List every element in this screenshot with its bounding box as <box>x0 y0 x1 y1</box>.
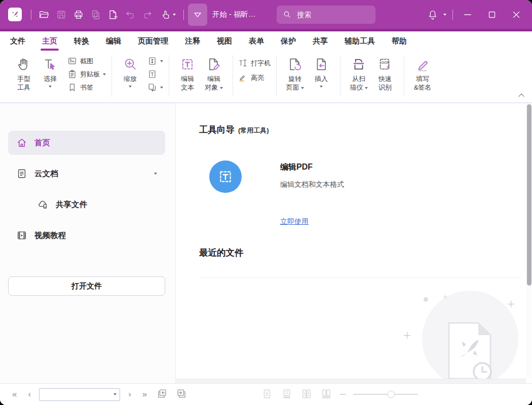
maximize-button[interactable] <box>483 6 501 23</box>
select-tool-button[interactable]: 选择 <box>37 54 63 89</box>
chevron-down-icon <box>160 60 163 62</box>
fit-text-button[interactable] <box>147 69 163 79</box>
typewriter-button[interactable]: 打字机 <box>238 58 271 68</box>
sidebar-item-cloud-docs[interactable]: 云文档 <box>8 161 165 186</box>
previous-page-button[interactable]: ‹ <box>25 389 34 399</box>
chevron-down-icon <box>113 393 117 395</box>
next-view-icon <box>176 388 187 399</box>
fit-text-icon <box>147 69 157 79</box>
snapshot-icon <box>67 56 77 66</box>
recent-files-divider <box>199 277 521 278</box>
tab-view[interactable]: 视图 <box>217 32 232 50</box>
search-box[interactable] <box>277 6 375 24</box>
minimize-button[interactable] <box>459 6 476 23</box>
first-page-button[interactable]: « <box>9 389 20 399</box>
tab-comment[interactable]: 注释 <box>185 32 200 50</box>
redo-icon[interactable] <box>139 6 156 23</box>
edit-text-label: 编辑 文本 <box>181 75 194 91</box>
last-page-button[interactable]: » <box>139 389 150 399</box>
print-icon[interactable] <box>70 6 87 23</box>
tool-wizard-title: 工具向导 <box>199 124 235 136</box>
zoom-slider[interactable] <box>353 394 418 395</box>
edit-text-icon <box>180 55 195 73</box>
document-icon <box>16 168 27 179</box>
scanner-icon <box>351 55 366 73</box>
quick-ocr-button[interactable]: OCR 快速 识别 <box>372 54 398 93</box>
insert-pages-button[interactable]: 插入 <box>308 54 334 89</box>
edit-pdf-description: 编辑文档和文本格式 <box>280 180 344 189</box>
tab-protect[interactable]: 保护 <box>281 32 296 50</box>
tab-share[interactable]: 共享 <box>313 32 328 50</box>
ribbon-toolbar: 手型 工具 选择 截图 剪贴板 <box>0 51 532 103</box>
next-page-button[interactable]: › <box>125 389 134 399</box>
tab-form[interactable]: 表单 <box>249 32 264 50</box>
highlight-button[interactable]: 高亮 <box>238 73 271 83</box>
page-number-input[interactable] <box>39 388 120 401</box>
continuous-view-button[interactable] <box>281 388 292 401</box>
page-number-box[interactable] <box>39 388 120 401</box>
collapse-ribbon-button[interactable] <box>518 92 525 99</box>
ribbon-tabbar: 文件 主页 转换 编辑 页面管理 注释 视图 表单 保护 共享 辅助工具 帮助 <box>0 31 532 51</box>
ribbon-group-zoom: 缩放 <box>111 52 169 102</box>
open-file-button[interactable]: 打开文件 <box>8 276 165 296</box>
zoom-button[interactable]: 缩放 <box>117 54 143 89</box>
edit-pdf-badge <box>209 160 242 193</box>
tab-file[interactable]: 文件 <box>10 32 25 50</box>
fill-sign-button[interactable]: 填写 &签名 <box>409 54 436 93</box>
touch-mode-icon[interactable] <box>156 6 179 23</box>
clipboard-button[interactable]: 剪贴板 <box>67 69 106 79</box>
edit-text-button[interactable]: 编辑 文本 <box>174 54 201 93</box>
new-document-icon[interactable] <box>104 6 122 23</box>
notifications-bell-icon[interactable] <box>424 6 441 23</box>
tab-edit[interactable]: 编辑 <box>106 32 121 50</box>
save-icon[interactable] <box>53 6 70 23</box>
facing-view-button[interactable] <box>301 388 312 401</box>
app-window: 开始 - 福昕… 文件 主页 转换 编辑 页面管理 <box>0 0 532 405</box>
bookmark-icon <box>67 83 77 92</box>
sidebar-home-label: 首页 <box>34 138 50 148</box>
hand-tool-button[interactable]: 手型 工具 <box>11 54 37 93</box>
chevron-down-icon <box>320 86 323 88</box>
fit-page-button[interactable] <box>147 56 163 66</box>
bookmark-button[interactable]: 书签 <box>67 83 106 92</box>
ribbon-group-pages: 旋转 页面 插入 <box>276 52 340 102</box>
foxit-logo <box>8 8 22 21</box>
horizontal-scrollbar[interactable] <box>176 379 526 383</box>
chevron-down-icon <box>301 87 304 89</box>
edit-object-button[interactable]: 编辑 对象 <box>201 54 227 93</box>
tab-help[interactable]: 帮助 <box>392 32 407 50</box>
single-page-view-button[interactable] <box>261 388 273 401</box>
sidebar-item-shared-files[interactable]: 共享文件 <box>8 192 165 217</box>
next-view-button[interactable] <box>174 388 189 400</box>
facing-continuous-icon <box>321 388 332 399</box>
reflow-button[interactable] <box>147 83 163 92</box>
snapshot-button[interactable]: 截图 <box>67 56 106 66</box>
tab-convert[interactable]: 转换 <box>74 32 89 50</box>
typewriter-label: 打字机 <box>251 59 271 68</box>
undo-icon[interactable] <box>122 6 139 23</box>
previous-view-button[interactable] <box>154 388 170 400</box>
facing-continuous-view-button[interactable] <box>321 388 332 401</box>
edit-pdf-card[interactable]: 编辑PDF 编辑文档和文本格式 <box>199 160 532 193</box>
zoom-out-button[interactable] <box>340 394 346 395</box>
single-page-icon <box>261 388 273 399</box>
chevron-down-icon[interactable] <box>443 14 446 16</box>
tab-home[interactable]: 主页 <box>42 32 57 50</box>
chevron-down-icon[interactable] <box>154 173 157 175</box>
tab-organize[interactable]: 页面管理 <box>138 32 168 50</box>
search-input[interactable] <box>296 10 362 19</box>
use-now-link[interactable]: 立即使用 <box>280 217 309 226</box>
zoom-slider-handle[interactable] <box>387 391 395 398</box>
paste-icon[interactable] <box>87 6 104 23</box>
ribbon-mode-toggle[interactable] <box>188 4 207 26</box>
from-scanner-button[interactable]: 从扫 描仪 <box>346 54 372 93</box>
close-button[interactable] <box>508 6 525 23</box>
fill-sign-label: 填写 &签名 <box>414 75 432 91</box>
rotate-pages-button[interactable]: 旋转 页面 <box>282 54 308 93</box>
rotate-pages-label: 旋转 页面 <box>286 75 302 91</box>
tab-accessibility[interactable]: 辅助工具 <box>345 32 375 50</box>
sidebar-item-video-tutorials[interactable]: 视频教程 <box>8 223 165 248</box>
vertical-scrollbar-thumb[interactable] <box>527 104 531 286</box>
open-file-icon[interactable] <box>35 6 53 23</box>
sidebar-item-home[interactable]: 首页 <box>8 131 165 155</box>
